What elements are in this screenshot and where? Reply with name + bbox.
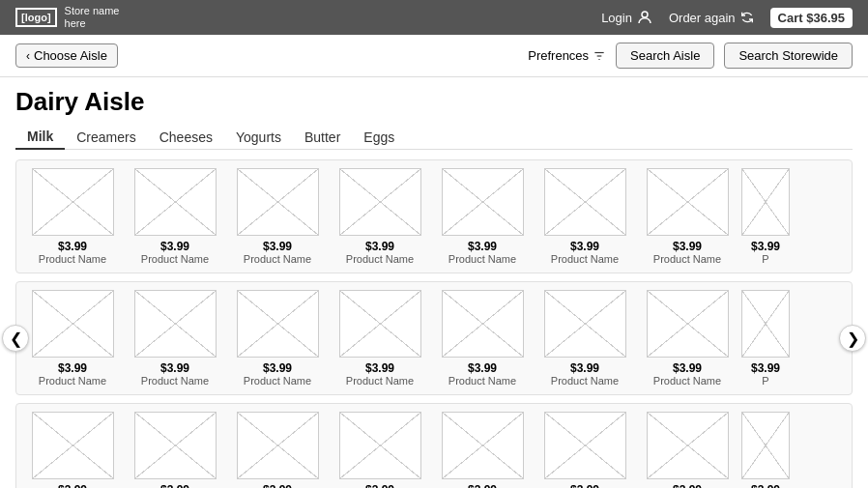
- product-card[interactable]: $3.99Product Name: [127, 168, 223, 265]
- product-image: [544, 412, 626, 479]
- product-card[interactable]: $3.99Product Name: [127, 290, 223, 387]
- cart-label: Cart: [778, 11, 803, 25]
- page-title: Dairy Aisle: [15, 87, 853, 117]
- sub-header: ‹ Choose Aisle Prefrences Search Aisle S…: [0, 35, 868, 77]
- product-image: [339, 290, 421, 358]
- chevron-left-icon: ‹: [26, 49, 30, 63]
- product-price: $3.99: [673, 483, 702, 488]
- tab-butter[interactable]: Butter: [293, 125, 352, 149]
- product-carousel: ❮ ❯ $3.99Product Name $3.99Product Name …: [15, 159, 853, 488]
- product-card[interactable]: $3.99Product Name: [127, 412, 223, 488]
- product-price: $3.99: [58, 483, 87, 488]
- product-image: [741, 290, 790, 358]
- product-price: $3.99: [160, 361, 189, 375]
- product-price: $3.99: [468, 483, 497, 488]
- login-button[interactable]: Login: [601, 9, 653, 26]
- product-price: $3.99: [468, 240, 497, 253]
- cart-total: $36.95: [806, 11, 845, 25]
- sub-header-right: Prefrences Search Aisle Search Storewide: [528, 43, 853, 69]
- product-image: [741, 412, 790, 479]
- product-card[interactable]: $3.99Product Name: [639, 168, 736, 265]
- product-name: Product Name: [346, 253, 414, 265]
- preferences-button[interactable]: Prefrences: [528, 48, 606, 63]
- product-price: $3.99: [570, 361, 599, 375]
- product-card[interactable]: $3.99Product Name: [639, 412, 736, 488]
- cart-button[interactable]: Cart $36.95: [770, 8, 853, 28]
- carousel-left-arrow[interactable]: ❮: [2, 325, 29, 352]
- product-image: [237, 168, 319, 236]
- product-card-partial[interactable]: $3.99P: [741, 412, 790, 488]
- carousel-right-arrow[interactable]: ❯: [839, 325, 866, 352]
- product-price: $3.99: [468, 361, 497, 375]
- product-image: [339, 168, 421, 236]
- product-card[interactable]: $3.99Product Name: [434, 290, 531, 387]
- product-card[interactable]: $3.99Product Name: [24, 168, 121, 265]
- product-image: [442, 168, 524, 236]
- product-card[interactable]: $3.99Product Name: [24, 290, 121, 387]
- product-row-1: $3.99Product Name $3.99Product Name $3.9…: [15, 159, 853, 273]
- category-tabs: Milk Creamers Cheeses Yogurts Butter Egg…: [15, 125, 853, 150]
- product-name: Product Name: [244, 375, 311, 387]
- choose-aisle-button[interactable]: ‹ Choose Aisle: [15, 43, 118, 68]
- product-card[interactable]: $3.99Product Name: [536, 412, 633, 488]
- product-price: $3.99: [365, 361, 394, 375]
- product-image: [237, 290, 319, 358]
- product-price: $3.99: [263, 361, 292, 375]
- product-card[interactable]: $3.99Product Name: [536, 168, 633, 265]
- product-price: $3.99: [365, 240, 394, 253]
- product-card[interactable]: $3.99Product Name: [536, 290, 633, 387]
- product-card[interactable]: $3.99Product Name: [229, 412, 326, 488]
- product-price: $3.99: [263, 240, 292, 253]
- tab-cheeses[interactable]: Cheeses: [148, 125, 224, 149]
- search-storewide-button[interactable]: Search Storewide: [724, 43, 853, 69]
- product-name: Product Name: [551, 253, 619, 265]
- filter-icon: [593, 49, 606, 63]
- product-price: $3.99: [160, 483, 189, 488]
- refresh-icon: [739, 10, 755, 25]
- product-rows: $3.99Product Name $3.99Product Name $3.9…: [15, 159, 853, 488]
- tab-yogurts[interactable]: Yogurts: [224, 125, 293, 149]
- product-price: $3.99: [365, 483, 394, 488]
- product-image: [741, 168, 790, 236]
- product-price: $3.99: [751, 240, 780, 253]
- product-image: [32, 412, 114, 479]
- product-card-partial[interactable]: $3.99P: [741, 168, 790, 265]
- product-name: Product Name: [448, 375, 516, 387]
- tab-creamers[interactable]: Creamers: [65, 125, 147, 149]
- product-image: [134, 168, 217, 236]
- store-name: Store name here: [65, 5, 120, 30]
- product-row-2: $3.99Product Name $3.99Product Name $3.9…: [15, 281, 853, 395]
- product-image: [647, 290, 729, 358]
- product-card-partial[interactable]: $3.99P: [741, 290, 790, 387]
- product-card[interactable]: $3.99Product Name: [229, 290, 326, 387]
- product-price: $3.99: [58, 240, 87, 253]
- product-image: [442, 412, 524, 479]
- product-image: [134, 412, 217, 479]
- product-price: $3.99: [570, 240, 599, 253]
- product-name: P: [762, 253, 768, 265]
- product-card[interactable]: $3.99Product Name: [229, 168, 326, 265]
- product-card[interactable]: $3.99Product Name: [332, 290, 428, 387]
- main-content: Dairy Aisle Milk Creamers Cheeses Yogurt…: [0, 77, 868, 488]
- search-aisle-button[interactable]: Search Aisle: [616, 43, 714, 69]
- product-image: [237, 412, 319, 479]
- product-card[interactable]: $3.99Product Name: [332, 412, 428, 488]
- product-card[interactable]: $3.99Product Name: [639, 290, 736, 387]
- svg-point-0: [642, 12, 648, 17]
- product-name: Product Name: [653, 253, 721, 265]
- product-image: [544, 168, 626, 236]
- product-price: $3.99: [751, 483, 780, 488]
- product-name: Product Name: [346, 375, 414, 387]
- header: [logo] Store name here Login Order again…: [0, 0, 868, 35]
- product-name: Product Name: [141, 253, 209, 265]
- product-card[interactable]: $3.99Product Name: [434, 412, 531, 488]
- search-storewide-label: Search Storewide: [738, 48, 838, 63]
- product-price: $3.99: [570, 483, 599, 488]
- tab-milk[interactable]: Milk: [15, 125, 65, 150]
- product-card[interactable]: $3.99Product Name: [434, 168, 531, 265]
- tab-eggs[interactable]: Eggs: [352, 125, 406, 149]
- product-card[interactable]: $3.99Product Name: [332, 168, 428, 265]
- logo: [logo]: [15, 8, 57, 27]
- product-card[interactable]: $3.99Product Name: [24, 412, 121, 488]
- order-again-button[interactable]: Order again: [669, 10, 755, 25]
